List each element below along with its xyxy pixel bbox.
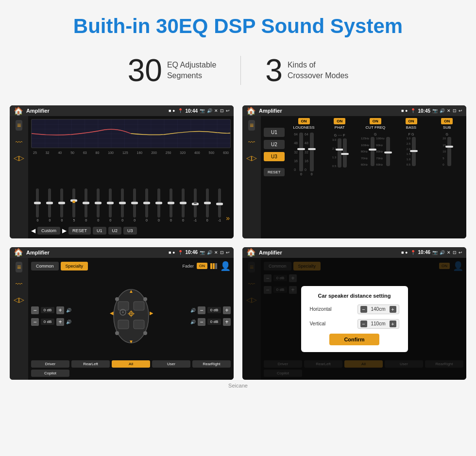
db-minus-1[interactable]: −: [31, 306, 39, 314]
slider-track-14[interactable]: [206, 188, 209, 218]
db-minus-3[interactable]: −: [198, 306, 205, 314]
home-icon-2[interactable]: 🏠: [246, 106, 256, 116]
vertical-plus-btn[interactable]: +: [390, 321, 396, 327]
slider-col-3: 5: [68, 188, 80, 222]
db-plus-3[interactable]: +: [223, 306, 231, 314]
slider-track-1[interactable]: [48, 188, 51, 218]
slider-track-15[interactable]: [218, 188, 221, 218]
slider-track-12[interactable]: [182, 188, 185, 218]
db-row-4: 🔊 − 0 dB +: [190, 318, 231, 326]
spec-tabs-3: Common Specialty: [31, 262, 88, 270]
speaker-diagram: ▲ ▼ ◀ ▶: [76, 287, 186, 345]
slider-col-7: 0: [117, 188, 128, 222]
loudness-on-btn[interactable]: ON: [298, 118, 310, 124]
vertical-minus-btn[interactable]: −: [360, 321, 367, 327]
freq-80: 80: [96, 151, 100, 154]
reset-btn-1[interactable]: RESET: [68, 227, 91, 235]
confirm-button[interactable]: Confirm: [329, 334, 379, 345]
reset-btn-2[interactable]: RESET: [264, 168, 285, 176]
db-minus-4[interactable]: −: [198, 318, 205, 326]
slider-track-8[interactable]: [133, 188, 136, 218]
horizontal-minus-btn[interactable]: −: [360, 306, 367, 313]
location-icon-3: 📍: [178, 250, 183, 255]
eq-arrows[interactable]: »: [226, 214, 230, 222]
eq-icon-2[interactable]: ≡: [248, 120, 255, 131]
status-bar-2: 🏠 Amplifier ■ ● 📍 10:45 📷 🔊 ✕ ⊡ ↩: [242, 105, 466, 116]
wave-icon-1[interactable]: 〰: [16, 138, 22, 146]
user-btn[interactable]: User: [152, 360, 190, 368]
bass-label: BASS: [406, 125, 416, 130]
band-phat: ON PHAT G — F 3.02.11.30.5: [323, 118, 356, 236]
all-btn[interactable]: All: [112, 360, 150, 368]
slider-val-8: 0: [134, 219, 136, 222]
location-icon-2: 📍: [410, 108, 416, 113]
u2-btn-1[interactable]: U2: [108, 227, 122, 235]
volume-ctrl-icon-3[interactable]: ◁▷: [14, 296, 24, 304]
spec-main: Common Specialty Fader ON 👤: [28, 258, 234, 380]
u1-btn-1[interactable]: U1: [93, 227, 106, 235]
vertical-input[interactable]: − 110cm +: [357, 319, 399, 329]
horizontal-plus-btn[interactable]: +: [390, 306, 396, 313]
wave-icon-3[interactable]: 〰: [16, 280, 22, 288]
slider-track-0[interactable]: [36, 188, 39, 218]
home-icon-3[interactable]: 🏠: [14, 248, 23, 257]
wave-icon-2[interactable]: 〰: [248, 138, 255, 146]
svg-text:▶: ▶: [150, 310, 153, 316]
eq-icon-1[interactable]: ≡: [16, 120, 22, 131]
volume-ctrl-icon-1[interactable]: ◁▷: [14, 154, 24, 162]
cutfreq-on-btn[interactable]: ON: [370, 118, 381, 124]
u3-btn-1[interactable]: U3: [123, 227, 137, 235]
eq-icon-3[interactable]: ≡: [16, 262, 22, 272]
slider-col-1: 0: [44, 188, 55, 222]
specialty-tab-3[interactable]: Specialty: [61, 262, 88, 270]
common-tab-3[interactable]: Common: [31, 262, 59, 270]
next-btn-1[interactable]: ▶: [62, 227, 67, 234]
slider-track-9[interactable]: [145, 188, 148, 218]
rearright-btn[interactable]: RearRight: [192, 360, 231, 368]
fader-on-btn[interactable]: ON: [197, 263, 207, 269]
custom-btn[interactable]: Custom: [37, 227, 60, 235]
crossover-number: 3: [265, 52, 283, 88]
slider-track-11[interactable]: [170, 188, 172, 218]
time-4: 10:46: [418, 250, 430, 255]
db-plus-2[interactable]: +: [56, 318, 64, 326]
volume-ctrl-icon-2[interactable]: ◁▷: [246, 154, 257, 162]
copilot-btn[interactable]: Copilot: [31, 370, 69, 377]
stat-eq: 30 EQ AdjustableSegments: [103, 52, 241, 88]
driver-btn[interactable]: Driver: [31, 360, 69, 368]
slider-track-6[interactable]: [109, 188, 112, 218]
u1-btn-2[interactable]: U1: [264, 128, 285, 137]
volume-icon-3: 🔊: [207, 250, 212, 255]
horizontal-input[interactable]: − 140cm +: [357, 304, 399, 314]
db-minus-2[interactable]: −: [31, 318, 39, 326]
slider-track-2[interactable]: [60, 188, 63, 218]
eq-sidebar-2: ≡ 〰 ◁▷: [242, 116, 261, 238]
db-plus-1[interactable]: +: [56, 306, 64, 314]
db-row-2: − 0 dB + 🔊: [31, 318, 71, 326]
fader-text: Fader: [182, 264, 194, 269]
freq-63: 63: [83, 151, 87, 154]
screen-specialty: 🏠 Amplifier ■ ● 📍 10:46 📷 🔊 ✕ ⊡ ↩ ≡ 〰 ◁▷: [10, 247, 234, 380]
slider-track-10[interactable]: [157, 188, 160, 218]
prev-btn-1[interactable]: ◀: [31, 227, 35, 234]
slider-track-4[interactable]: [85, 188, 87, 218]
phat-on-btn[interactable]: ON: [334, 118, 345, 124]
speaker-icon-r2: 🔊: [190, 320, 196, 324]
bass-on-btn[interactable]: ON: [406, 118, 417, 124]
status-bar-1: 🏠 Amplifier ■ ● 📍 10:44 📷 🔊 ✕ ⊡ ↩: [10, 105, 234, 116]
db-plus-4[interactable]: +: [223, 318, 231, 326]
freq-100: 100: [108, 151, 114, 154]
u3-btn-2[interactable]: U3: [264, 152, 285, 161]
slider-track-7[interactable]: [121, 188, 124, 218]
sub-on-btn[interactable]: ON: [441, 118, 453, 124]
slider-val-4: 0: [85, 219, 87, 222]
rearleft-btn[interactable]: RearLeft: [71, 360, 110, 368]
slider-track-3[interactable]: [72, 188, 75, 218]
home-icon-4[interactable]: 🏠: [246, 248, 256, 257]
home-icon-1[interactable]: 🏠: [14, 106, 23, 116]
u2-btn-2[interactable]: U2: [264, 140, 285, 149]
eq-graph-1: [31, 119, 231, 148]
slider-track-13[interactable]: [194, 188, 197, 218]
slider-track-5[interactable]: [97, 188, 100, 218]
camera-icon-2: 📷: [432, 108, 438, 113]
